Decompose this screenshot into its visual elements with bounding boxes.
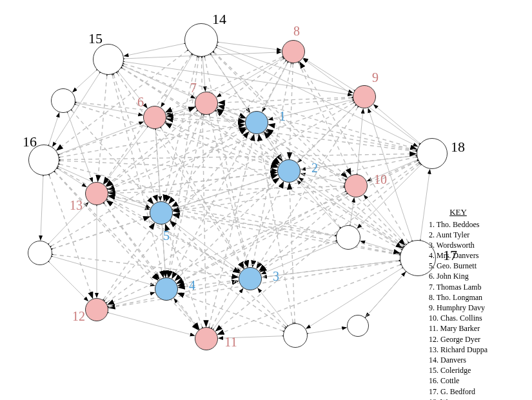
node-label-5: 5: [163, 228, 170, 243]
node-label-2: 2: [311, 161, 318, 175]
key-item-14: 14. Danvers: [429, 355, 488, 365]
edge: [357, 165, 420, 228]
edge: [60, 125, 245, 157]
node-5: [150, 201, 173, 225]
edge: [304, 58, 354, 90]
key-item-2: 2. Aunt Tyler: [429, 230, 488, 240]
node-label-10: 10: [374, 172, 387, 187]
edge: [204, 57, 248, 266]
node-label-11: 11: [224, 335, 237, 350]
node-21: [336, 225, 360, 250]
key-legend: KEY 1. Tho. Beddoes2. Aunt Tyler3. Words…: [429, 206, 488, 400]
edge: [60, 154, 416, 159]
node-12: [85, 298, 108, 321]
edge: [216, 164, 420, 331]
key-title: KEY: [429, 206, 488, 218]
key-item-8: 8. Tho. Longman: [429, 292, 488, 303]
key-item-11: 11. Mary Barker: [429, 323, 488, 334]
node-11: [195, 327, 218, 350]
edge: [161, 128, 244, 268]
edge: [76, 103, 143, 115]
edge: [171, 220, 240, 271]
node-label-16: 16: [23, 134, 37, 150]
key-item-16: 16. Cottle: [429, 375, 488, 386]
node-10: [344, 174, 368, 197]
node-label-13: 13: [70, 198, 83, 213]
key-item-17: 17. G. Bedford: [429, 386, 488, 397]
node-22: [283, 323, 308, 348]
edge: [217, 48, 417, 146]
key-item-18: 18. Wynn: [429, 397, 488, 400]
node-14: [184, 23, 218, 57]
node-label-1: 1: [279, 109, 286, 124]
node-20: [28, 241, 52, 265]
node-19: [51, 88, 75, 113]
node-9: [353, 85, 376, 108]
edge: [174, 299, 199, 329]
edge: [41, 176, 43, 240]
edge: [124, 44, 184, 56]
node-label-9: 9: [372, 70, 379, 85]
edge: [51, 129, 246, 246]
edge: [59, 107, 195, 154]
edge: [219, 97, 352, 103]
node-13: [85, 182, 108, 205]
node-label-14: 14: [212, 11, 226, 28]
edge: [308, 328, 346, 334]
node-label-4: 4: [189, 278, 195, 293]
edge: [49, 113, 59, 145]
key-item-9: 9. Humphry Davy: [429, 303, 488, 313]
edge: [49, 262, 88, 301]
node-label-7: 7: [190, 81, 197, 95]
edge: [165, 225, 202, 327]
node-3: [239, 267, 262, 290]
node-18: [417, 138, 448, 169]
key-item-6: 6. John King: [429, 271, 488, 281]
key-item-10: 10. Chas. Collins: [429, 313, 488, 323]
edge: [117, 73, 244, 268]
node-6: [143, 106, 166, 129]
node-15: [93, 44, 124, 75]
key-item-1: 1. Tho. Beddoes: [429, 219, 488, 230]
node-label-6: 6: [137, 95, 144, 110]
edge: [164, 57, 197, 201]
edge: [301, 174, 344, 183]
key-item-13: 13. Richard Duppa: [429, 345, 488, 355]
key-item-5: 5. Geo. Burnett: [429, 261, 488, 271]
edge: [98, 75, 107, 181]
edge: [108, 313, 194, 335]
edge: [298, 105, 356, 162]
edge: [57, 168, 86, 186]
edge: [299, 63, 351, 175]
edge: [374, 105, 420, 143]
node-1: [245, 111, 268, 134]
node-4: [155, 277, 178, 301]
node-23: [347, 315, 369, 337]
edge: [258, 288, 288, 325]
node-label-3: 3: [273, 269, 279, 284]
edge: [212, 182, 283, 328]
node-label-18: 18: [451, 139, 465, 155]
edge: [219, 42, 281, 50]
edge: [360, 241, 400, 253]
node-2: [277, 159, 300, 183]
key-item-7: 7. Thomas Lamb: [429, 282, 488, 292]
node-label-15: 15: [88, 30, 103, 47]
edge: [167, 119, 416, 151]
node-8: [282, 40, 305, 63]
key-item-3: 3. Wordsworth: [429, 240, 488, 250]
node-label-8: 8: [293, 24, 300, 39]
key-item-4: 4. Mrs. Danvers: [429, 250, 488, 261]
key-item-12: 12. George Dyer: [429, 334, 488, 345]
edge: [173, 214, 335, 235]
node-label-12: 12: [72, 309, 85, 324]
edge: [202, 57, 205, 91]
key-item-15: 15. Coleridge: [429, 365, 488, 375]
edge: [73, 70, 97, 92]
node-7: [195, 92, 218, 115]
edge: [350, 198, 354, 225]
